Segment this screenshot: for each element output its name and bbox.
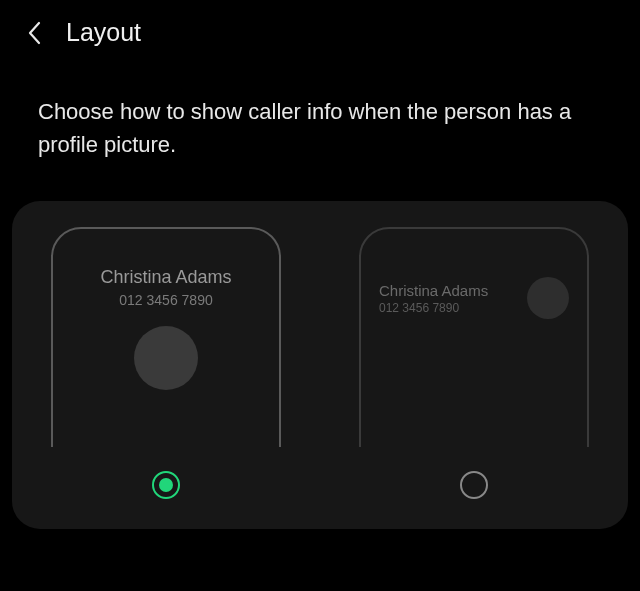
layout-option-centered[interactable]: Christina Adams 012 3456 7890 [51,227,281,499]
phone-frame [359,227,589,447]
caller-text-group: Christina Adams 012 3456 7890 [379,282,488,315]
header: Layout [0,0,640,65]
phone-preview-centered: Christina Adams 012 3456 7890 [51,227,281,447]
preview-content: Christina Adams 012 3456 7890 [379,277,569,319]
caller-number: 012 3456 7890 [119,292,212,308]
phone-preview-compact: Christina Adams 012 3456 7890 [359,227,589,447]
radio-inner-dot [159,478,173,492]
radio-unselected[interactable] [460,471,488,499]
page-title: Layout [66,18,141,47]
layout-option-compact[interactable]: Christina Adams 012 3456 7890 [359,227,589,499]
caller-name: Christina Adams [379,282,488,299]
back-icon[interactable] [22,21,46,45]
avatar-icon [527,277,569,319]
preview-content: Christina Adams 012 3456 7890 [51,267,281,390]
description-text: Choose how to show caller info when the … [0,65,640,201]
caller-name: Christina Adams [100,267,231,288]
caller-number: 012 3456 7890 [379,301,488,315]
radio-selected[interactable] [152,471,180,499]
avatar-icon [134,326,198,390]
layout-options-panel: Christina Adams 012 3456 7890 Christina … [12,201,628,529]
